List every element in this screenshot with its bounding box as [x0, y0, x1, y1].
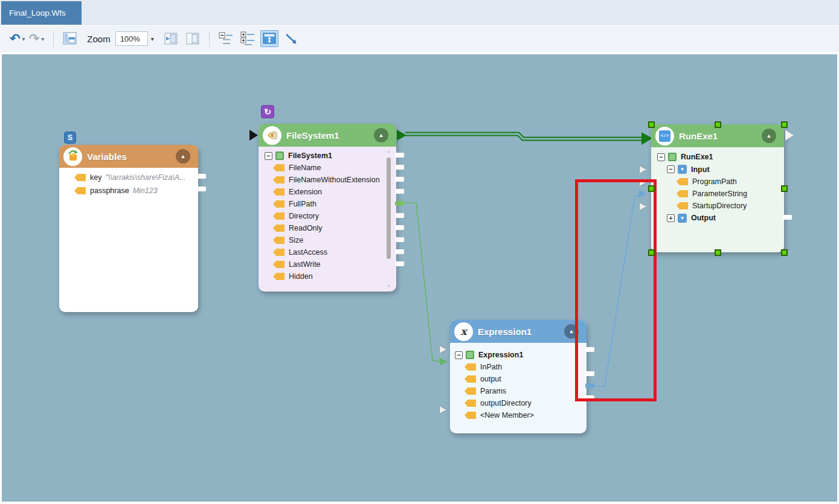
output-port[interactable] [395, 225, 404, 230]
tree-member-row[interactable]: LastWrite [273, 258, 396, 270]
overview-panel-icon[interactable] [61, 30, 79, 47]
tree-member-row[interactable]: ProgramPath [677, 176, 784, 188]
tree-member-row[interactable]: Params [465, 385, 587, 397]
exec-input-arrow[interactable] [249, 130, 258, 141]
tree-member-row[interactable]: FileName [273, 162, 396, 174]
redo-icon[interactable]: ↷ [29, 32, 40, 45]
dock-left-icon[interactable] [162, 30, 180, 47]
output-port[interactable] [197, 174, 206, 179]
scroll-down-icon[interactable]: ▼ [386, 284, 391, 288]
tree-member-row[interactable]: StartupDirectory [677, 200, 784, 212]
tree-member-row[interactable]: Directory [273, 210, 396, 222]
tree-member-row[interactable]: FullPath [273, 198, 396, 210]
node-scrollbar[interactable]: ▲ ▼ [386, 149, 391, 288]
member-tag-icon [465, 375, 476, 383]
collapse-box-icon[interactable] [455, 351, 463, 359]
collapse-node-icon[interactable] [564, 324, 579, 339]
scroll-up-icon[interactable]: ▲ [386, 149, 391, 153]
output-port[interactable] [395, 165, 404, 170]
input-arrow[interactable] [440, 346, 446, 353]
dock-right-glyph [185, 31, 201, 46]
collapse-node-icon[interactable] [762, 129, 776, 143]
expand-box-icon[interactable] [667, 214, 675, 222]
output-port[interactable] [395, 249, 404, 254]
draw-connection-icon[interactable] [282, 30, 300, 47]
selection-handle-top-right[interactable] [781, 121, 788, 128]
scrollbar-thumb[interactable] [387, 158, 391, 259]
output-port[interactable] [395, 177, 404, 182]
output-port[interactable] [585, 371, 594, 376]
tab-final-loop[interactable]: Final_Loop.Wfs [1, 1, 82, 25]
selection-handle-top-center[interactable] [715, 121, 721, 128]
selection-handle-mid-right[interactable] [781, 185, 788, 192]
collapse-box-icon[interactable] [667, 165, 675, 173]
collapse-box-icon[interactable] [265, 152, 272, 160]
tree-member-row[interactable]: ReadOnly [273, 222, 396, 234]
undo-icon[interactable]: ↶ [10, 32, 21, 45]
tree-member-row[interactable]: LastAccess [273, 246, 396, 258]
dock-right-icon[interactable] [184, 30, 202, 47]
output-port[interactable] [585, 395, 594, 400]
node-runexe1[interactable]: </> RunExe1 RunExe1 Input ProgramPath Pa… [651, 124, 784, 252]
loop-badge-icon[interactable] [261, 105, 274, 118]
collapse-node-icon[interactable] [176, 149, 190, 164]
node-runexe1-header[interactable]: </> RunExe1 [651, 124, 784, 147]
selection-handle-bottom-right[interactable] [781, 249, 788, 256]
output-port[interactable] [783, 215, 792, 220]
tree-member-row[interactable]: ParameterString [677, 188, 784, 200]
tree-group-row[interactable]: Output [667, 212, 784, 224]
zoom-dropdown-icon[interactable]: ▾ [151, 36, 154, 42]
redo-dropdown-icon[interactable]: ▾ [41, 36, 44, 42]
selection-handle-bottom-center[interactable] [715, 249, 721, 256]
expand-all-icon[interactable] [239, 30, 257, 47]
node-filesystem1[interactable]: FileSystem1 FileSystem1 FileName FileNam… [259, 124, 396, 292]
output-port[interactable] [395, 237, 404, 242]
node-variables-header[interactable]: Variables [59, 145, 198, 168]
tree-group-row[interactable]: Input [667, 163, 784, 176]
selection-handle-bottom-left[interactable] [648, 249, 655, 256]
exec-output-arrow[interactable] [785, 130, 794, 141]
node-filesystem1-header[interactable]: FileSystem1 [259, 124, 396, 147]
settings-badge-icon[interactable]: S [64, 132, 76, 144]
zoom-combo[interactable]: 100% ▾ [115, 31, 160, 46]
member-tag-icon [273, 176, 284, 183]
zoom-value[interactable]: 100% [115, 31, 148, 46]
variable-row[interactable]: passphrase Min123 [74, 185, 198, 197]
selection-handle-mid-left[interactable] [648, 185, 655, 192]
collapse-box-icon[interactable] [657, 153, 665, 161]
tree-member-row[interactable]: InPath [465, 361, 587, 373]
tree-member-row[interactable]: outputDirectory [465, 397, 587, 409]
tree-member-row[interactable]: Size [273, 234, 396, 246]
output-port[interactable] [395, 261, 404, 266]
tree-member-row[interactable]: <New Member> [465, 409, 587, 421]
node-expression1[interactable]: x Expression1 Expression1 InPath output … [450, 320, 587, 433]
output-port-connected[interactable] [395, 201, 404, 206]
output-port[interactable] [197, 187, 206, 191]
tree-root-row[interactable]: FileSystem1 [265, 150, 396, 162]
output-port[interactable] [395, 153, 404, 158]
input-arrow[interactable] [640, 203, 646, 210]
output-port[interactable] [395, 213, 404, 218]
node-variables[interactable]: S Variables key "\\arrakis\share\Fiza\A.… [59, 145, 198, 312]
selection-handle-top-left[interactable] [648, 121, 655, 128]
autosize-icon[interactable] [260, 30, 278, 47]
tab-title: Final_Loop.Wfs [9, 8, 66, 18]
collapse-all-icon[interactable] [217, 30, 235, 47]
collapse-node-icon[interactable] [374, 128, 388, 142]
dock-left-glyph [163, 31, 179, 46]
node-expression1-header[interactable]: x Expression1 [450, 320, 587, 343]
tree-member-row[interactable]: FileNameWithoutExtension [273, 174, 396, 186]
tree-member-row[interactable]: output [465, 373, 587, 385]
input-arrow[interactable] [440, 406, 446, 413]
input-arrow[interactable] [640, 166, 646, 173]
undo-dropdown-icon[interactable]: ▾ [22, 36, 25, 42]
tree-member-row[interactable]: Hidden [273, 270, 396, 282]
variable-row[interactable]: key "\\arrakis\share\Fiza\A... [74, 171, 198, 183]
output-port-connected[interactable] [585, 383, 594, 388]
tree-member-row[interactable]: Extension [273, 186, 396, 198]
input-arrow[interactable] [640, 179, 646, 186]
tree-root-row[interactable]: RunExe1 [657, 151, 784, 163]
output-port[interactable] [395, 189, 404, 194]
output-port[interactable] [585, 347, 594, 352]
tree-root-row[interactable]: Expression1 [455, 349, 587, 361]
